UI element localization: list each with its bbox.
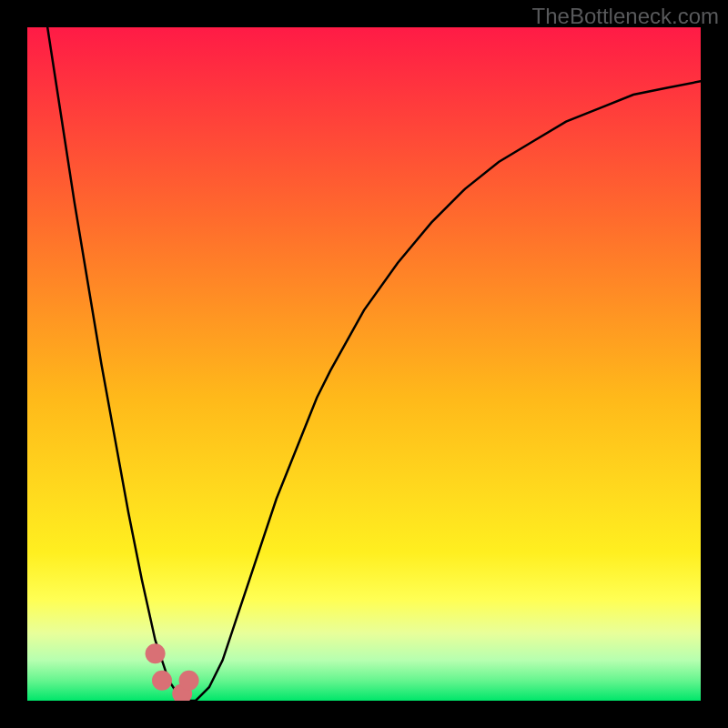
chart-background-gradient [27,27,701,701]
chart-marker [146,643,166,663]
chart-plot-area [27,27,701,701]
watermark-text: TheBottleneck.com [532,4,719,29]
chart-frame: TheBottleneck.com [0,0,728,728]
chart-marker [152,671,172,691]
chart-svg [27,27,701,701]
chart-marker [179,671,199,691]
